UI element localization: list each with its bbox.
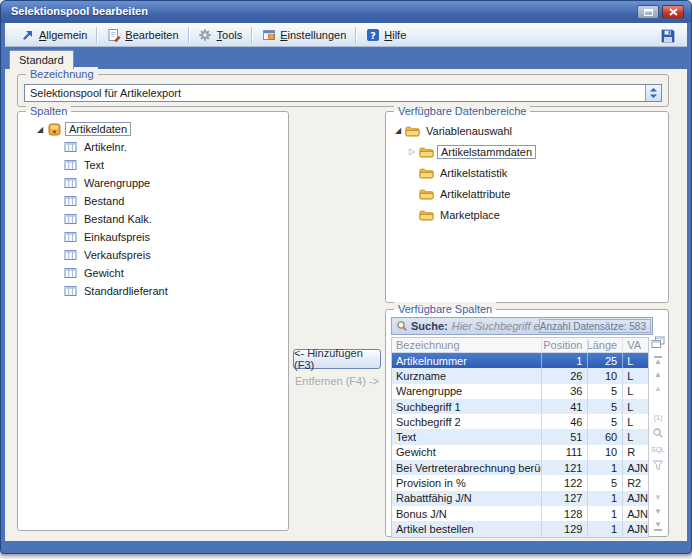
brackets-icon[interactable]: (1) (650, 410, 666, 424)
cell-laenge: 1 (587, 491, 622, 506)
close-button[interactable] (662, 5, 684, 19)
table-row[interactable]: Suchbegriff 1415L (392, 399, 648, 414)
tab-standard[interactable]: Standard (9, 50, 74, 69)
toolbar-allgemein-label: Allgemein (39, 29, 87, 41)
help-icon: ? (365, 27, 380, 42)
toolbar-hilfe-button[interactable]: ?Hilfe (358, 25, 413, 44)
toolbar-buttons: AllgemeinBearbeitenToolsEinstellungen?Hi… (13, 25, 413, 44)
tree-expanded-arrow[interactable]: ◢ (392, 126, 404, 135)
spalten-tree-item[interactable]: Bestand Kalk. (62, 210, 288, 228)
tree-expanded-arrow[interactable]: ◢ (34, 125, 46, 134)
cell-laenge: 1 (587, 506, 622, 521)
gear-icon (198, 27, 213, 42)
table-row[interactable]: Bei Vertreterabrechnung berücksichtige12… (392, 460, 648, 475)
table-row[interactable]: Gewicht11110R (392, 445, 648, 460)
record-count: Anzahl Datensätze: 583 (539, 319, 651, 333)
spalten-tree-item[interactable]: Verkaufspreis (62, 246, 288, 264)
cell-va: L (622, 429, 648, 444)
page-down-icon[interactable]: ▼ (650, 505, 666, 519)
column-chooser-icon[interactable] (650, 335, 666, 349)
tree-collapsed-arrow[interactable]: ▷ (406, 147, 418, 156)
cell-bezeichnung: Kurzname (392, 368, 541, 383)
first-row-icon[interactable]: ▲ (650, 354, 666, 368)
filter-strip-icon[interactable] (650, 458, 666, 472)
table-row[interactable]: Kurzname2610L (392, 368, 648, 383)
record-count-value: 583 (629, 321, 646, 332)
spalten-tree-item[interactable]: Einkaufspreis (62, 228, 288, 246)
datenbereiche-tree-item[interactable]: ▷Marketplace (406, 204, 668, 225)
entfernen-button[interactable]: Entfernen (F4) -> (287, 375, 387, 387)
spalten-tree-item[interactable]: Standardlieferant (62, 282, 288, 300)
close-icon (669, 8, 678, 16)
table-row[interactable]: Text5160L (392, 429, 648, 444)
column-header-position[interactable]: Position (541, 338, 588, 352)
hinzufuegen-button[interactable]: <- Hinzufügen (F3) (293, 349, 381, 369)
cell-position: 1 (541, 353, 588, 368)
table-columns-icon (62, 213, 79, 225)
spalten-tree-item[interactable]: Bestand (62, 192, 288, 210)
cell-va: L (622, 399, 648, 414)
tree-item-label: Text (81, 159, 107, 171)
row-up-icon[interactable]: ▲ (650, 368, 666, 382)
toolbar-einstellungen-label: Einstellungen (280, 29, 346, 41)
cell-laenge: 5 (587, 399, 622, 414)
cell-laenge: 25 (587, 353, 622, 368)
table-row[interactable]: Warengruppe365L (392, 384, 648, 399)
spalten-tree-item[interactable]: Warengruppe (62, 174, 288, 192)
table-row[interactable]: Bonus J/N1281AJN (392, 506, 648, 521)
row-down-icon[interactable]: ▼ (650, 491, 666, 505)
page-down-icon-glyph: ▼ (654, 508, 662, 516)
cell-laenge: 5 (587, 384, 622, 399)
search-bar[interactable]: Suche: Hier Suchbegriff einge Anzahl Dat… (391, 317, 653, 335)
spalten-tree-root[interactable]: ◢Artikeldaten (34, 120, 288, 138)
cell-position: 36 (541, 384, 588, 399)
search-strip-icon[interactable] (650, 426, 666, 440)
last-row-icon[interactable]: ▼ (650, 519, 666, 533)
column-header-bezeichnung[interactable]: Bezeichnung (392, 338, 541, 352)
cell-bezeichnung: Artikel bestellen (392, 521, 541, 536)
page-up-icon[interactable]: ▲ (650, 382, 666, 396)
spalten-tree-item[interactable]: Gewicht (62, 264, 288, 282)
table-row[interactable]: Suchbegriff 2465L (392, 414, 648, 429)
table-row[interactable]: Provision in %1225R2 (392, 475, 648, 490)
toolbar-allgemein-button[interactable]: Allgemein (13, 25, 94, 44)
save-button[interactable] (659, 27, 677, 44)
cell-position: 111 (541, 445, 588, 460)
bezeichnung-combobox[interactable]: Selektionspool für Artikelexport (24, 84, 662, 102)
column-header-va[interactable]: VA (622, 338, 648, 352)
restore-button[interactable] (637, 5, 659, 19)
cell-position: 128 (541, 506, 588, 521)
spalten-root-label: Artikeldaten (65, 122, 131, 136)
record-count-label: Anzahl Datensätze: (540, 321, 627, 332)
datenbereiche-tree-item[interactable]: ▷Artikelattribute (406, 183, 668, 204)
table-row[interactable]: Artikelnummer125L (392, 353, 648, 368)
datenbereiche-tree-root[interactable]: ◢Variablenauswahl (392, 120, 668, 141)
page-up-icon-glyph: ▲ (654, 385, 662, 393)
arrow-ne-icon (20, 27, 35, 42)
combo-dropdown-button[interactable] (645, 85, 661, 101)
settings-window-icon (261, 27, 276, 42)
column-header-l-nge[interactable]: Länge (587, 338, 622, 352)
table-columns-icon (62, 195, 79, 207)
table-row[interactable]: Rabattfähig J/N1271AJN (392, 491, 648, 506)
tree-item-label: Verkaufspreis (81, 249, 154, 261)
svg-text:?: ? (370, 29, 376, 40)
brackets-icon-glyph: (1) (654, 414, 663, 421)
spalten-tree-item[interactable]: Text (62, 156, 288, 174)
datenbereiche-tree-item[interactable]: ▷Artikelstatistik (406, 162, 668, 183)
toolbar-tools-button[interactable]: Tools (191, 25, 250, 44)
tree-item-label: Einkaufspreis (81, 231, 153, 243)
toolbar-separator (96, 27, 97, 43)
datenbereiche-tree-item[interactable]: ▷Artikelstammdaten (406, 141, 668, 162)
table-columns-icon (62, 141, 79, 153)
table-row[interactable]: Artikel bestellen1291AJN (392, 521, 648, 536)
hinzufuegen-label: <- Hinzufügen (F3) (294, 347, 380, 371)
cell-laenge: 10 (587, 368, 622, 383)
tree-item-label: Artikelattribute (437, 188, 513, 200)
toolbar-bearbeiten-button[interactable]: Bearbeiten (99, 25, 185, 44)
sql-icon[interactable]: SQL (650, 442, 666, 456)
spalten-tree-item[interactable]: Artikelnr. (62, 138, 288, 156)
toolbar-einstellungen-button[interactable]: Einstellungen (254, 25, 353, 44)
search-label: Suche: (411, 320, 448, 332)
dialog-window: Selektionspool bearbeiten AllgemeinBearb… (0, 0, 692, 554)
